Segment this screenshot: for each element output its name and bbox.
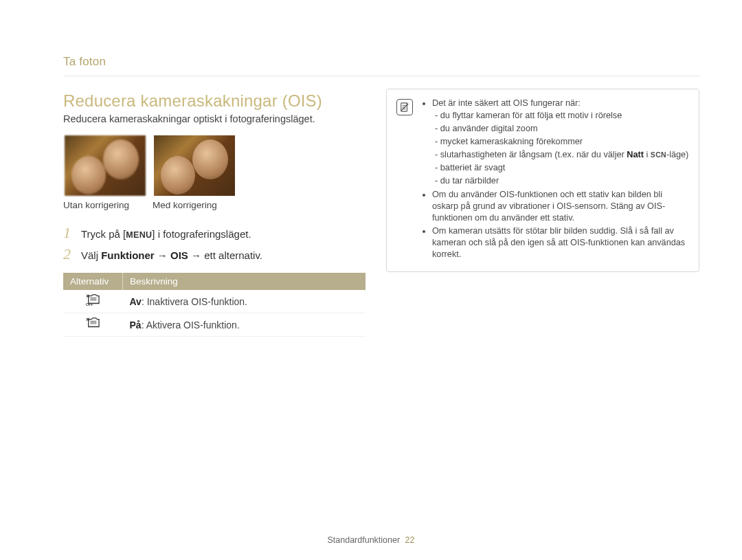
note-sub-item: mycket kameraskakning förekommer — [435, 136, 689, 148]
note-sub-item: du använder digital zoom — [435, 123, 689, 135]
caption-corrected: Med korrigering — [153, 200, 236, 210]
steps-list: Tryck på [MENU] i fotograferingsläget. V… — [63, 225, 366, 265]
ois-off-icon: OFF — [85, 294, 100, 306]
photo-uncorrected — [63, 134, 147, 197]
page-footer: Standardfunktioner 22 — [0, 535, 742, 545]
note-box: Det är inte säkert att OIS fungerar när:… — [386, 89, 699, 272]
step-1: Tryck på [MENU] i fotograferingsläget. — [63, 225, 366, 244]
note-sub-item: du tar närbilder — [435, 175, 689, 187]
table-row: OFF Av: Inaktivera OIS-funktion. — [63, 290, 366, 313]
menu-key-icon: MENU — [126, 226, 152, 244]
option-off-desc: : Inaktivera OIS-funktion. — [142, 296, 247, 307]
manual-page: Ta foton Reducera kameraskakningar (OIS)… — [0, 0, 742, 560]
note-icon — [396, 99, 413, 115]
option-on-label: På — [130, 320, 142, 331]
option-off-label: Av — [130, 296, 142, 307]
page-title: Reducera kameraskakningar (OIS) — [63, 91, 366, 111]
content-columns: Reducera kameraskakningar (OIS) Reducera… — [63, 91, 699, 337]
ois-on-icon — [85, 317, 100, 330]
note-bullet: Om du använder OIS-funktionen och ett st… — [432, 189, 689, 224]
svg-text:OFF: OFF — [86, 302, 93, 306]
footer-section: Standardfunktioner — [327, 535, 400, 545]
caption-uncorrected: Utan korrigering — [63, 200, 147, 210]
example-photos — [63, 134, 366, 197]
breadcrumb: Ta foton — [63, 55, 699, 69]
column-left: Reducera kameraskakningar (OIS) Reducera… — [63, 91, 366, 337]
table-head-description: Beskrivning — [123, 273, 366, 290]
photo-corrected — [153, 134, 236, 197]
options-table: Alternativ Beskrivning OFF — [63, 273, 366, 337]
column-right: Det är inte säkert att OIS fungerar när:… — [386, 91, 699, 337]
note-sub-item: slutarhastigheten är långsam (t.ex. när … — [435, 149, 689, 161]
divider — [63, 76, 699, 76]
subtitle: Reducera kameraskakningar optiskt i foto… — [63, 113, 366, 124]
option-on-desc: : Aktivera OIS-funktion. — [142, 320, 240, 331]
footer-page-number: 22 — [405, 535, 415, 545]
note-sub-item: batteriet är svagt — [435, 162, 689, 174]
table-row: På: Aktivera OIS-funktion. — [63, 313, 366, 337]
step-2: Välj Funktioner → OIS → ett alternativ. — [63, 247, 366, 265]
note-bullet: Om kameran utsätts för stötar blir bilde… — [432, 225, 689, 260]
note-sub-item: du flyttar kameran för att följa ett mot… — [435, 110, 689, 122]
scn-badge: SCN — [651, 149, 666, 161]
table-head-option: Alternativ — [63, 273, 123, 290]
note-intro: Det är inte säkert att OIS fungerar när:… — [432, 98, 689, 187]
photo-captions: Utan korrigering Med korrigering — [63, 200, 366, 210]
